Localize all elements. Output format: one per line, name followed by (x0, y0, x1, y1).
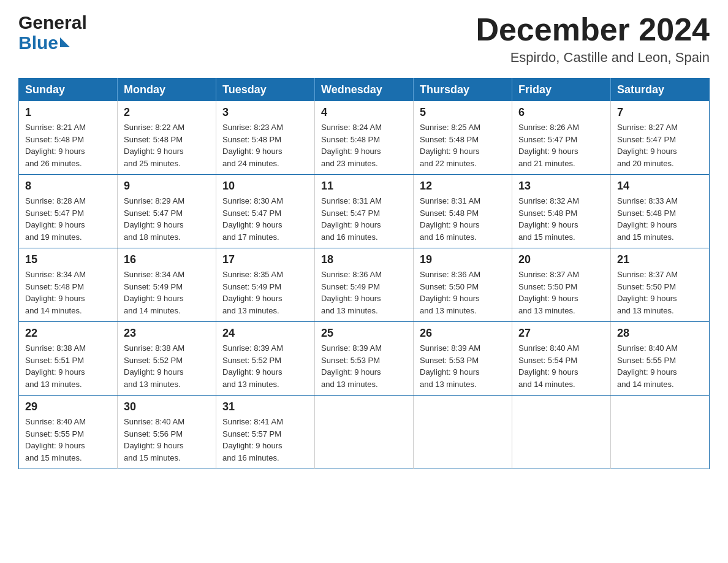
calendar-cell: 27Sunrise: 8:40 AMSunset: 5:54 PMDayligh… (512, 322, 611, 396)
day-info: Sunrise: 8:39 AMSunset: 5:53 PMDaylight:… (420, 342, 506, 390)
calendar-cell: 26Sunrise: 8:39 AMSunset: 5:53 PMDayligh… (414, 322, 512, 396)
col-header-thursday: Thursday (414, 79, 512, 102)
day-info: Sunrise: 8:40 AMSunset: 5:54 PMDaylight:… (518, 342, 604, 390)
day-info: Sunrise: 8:33 AMSunset: 5:48 PMDaylight:… (617, 195, 703, 243)
day-info: Sunrise: 8:36 AMSunset: 5:50 PMDaylight:… (420, 269, 506, 316)
day-number: 23 (124, 327, 210, 340)
day-info: Sunrise: 8:39 AMSunset: 5:52 PMDaylight:… (222, 342, 308, 390)
col-header-monday: Monday (118, 79, 216, 102)
calendar-cell (315, 396, 414, 469)
calendar-cell: 24Sunrise: 8:39 AMSunset: 5:52 PMDayligh… (216, 322, 315, 396)
calendar-week-row: 29Sunrise: 8:40 AMSunset: 5:55 PMDayligh… (19, 396, 710, 469)
col-header-tuesday: Tuesday (216, 79, 315, 102)
day-info: Sunrise: 8:31 AMSunset: 5:47 PMDaylight:… (321, 195, 407, 243)
calendar-week-row: 15Sunrise: 8:34 AMSunset: 5:48 PMDayligh… (19, 248, 710, 322)
day-info: Sunrise: 8:37 AMSunset: 5:50 PMDaylight:… (518, 269, 604, 316)
logo-blue: Blue (18, 33, 58, 53)
calendar-cell: 1Sunrise: 8:21 AMSunset: 5:48 PMDaylight… (19, 101, 118, 175)
day-number: 18 (321, 253, 407, 266)
day-number: 26 (420, 327, 506, 340)
day-info: Sunrise: 8:26 AMSunset: 5:47 PMDaylight:… (518, 121, 604, 169)
calendar-cell: 25Sunrise: 8:39 AMSunset: 5:53 PMDayligh… (315, 322, 414, 396)
day-number: 2 (124, 106, 210, 119)
calendar-cell: 20Sunrise: 8:37 AMSunset: 5:50 PMDayligh… (512, 248, 611, 322)
logo-general: General (18, 12, 87, 33)
calendar-cell: 6Sunrise: 8:26 AMSunset: 5:47 PMDaylight… (512, 101, 611, 175)
day-number: 10 (222, 180, 308, 193)
calendar-week-row: 22Sunrise: 8:38 AMSunset: 5:51 PMDayligh… (19, 322, 710, 396)
calendar-title: December 2024 (476, 12, 710, 47)
day-info: Sunrise: 8:37 AMSunset: 5:50 PMDaylight:… (617, 269, 703, 316)
calendar-cell (512, 396, 611, 469)
calendar-cell: 4Sunrise: 8:24 AMSunset: 5:48 PMDaylight… (315, 101, 414, 175)
day-number: 16 (124, 253, 210, 266)
calendar-cell: 28Sunrise: 8:40 AMSunset: 5:55 PMDayligh… (611, 322, 710, 396)
day-info: Sunrise: 8:25 AMSunset: 5:48 PMDaylight:… (420, 121, 506, 169)
calendar-cell: 12Sunrise: 8:31 AMSunset: 5:48 PMDayligh… (414, 175, 512, 248)
day-info: Sunrise: 8:38 AMSunset: 5:51 PMDaylight:… (25, 342, 111, 390)
day-number: 8 (25, 180, 111, 193)
calendar-cell (611, 396, 710, 469)
day-info: Sunrise: 8:27 AMSunset: 5:47 PMDaylight:… (617, 121, 703, 169)
day-number: 14 (617, 180, 703, 193)
calendar-header-row: SundayMondayTuesdayWednesdayThursdayFrid… (19, 79, 710, 102)
calendar-week-row: 1Sunrise: 8:21 AMSunset: 5:48 PMDaylight… (19, 101, 710, 175)
day-number: 27 (518, 327, 604, 340)
calendar-cell: 9Sunrise: 8:29 AMSunset: 5:47 PMDaylight… (118, 175, 216, 248)
calendar-cell: 11Sunrise: 8:31 AMSunset: 5:47 PMDayligh… (315, 175, 414, 248)
day-number: 21 (617, 253, 703, 266)
calendar-table: SundayMondayTuesdayWednesdayThursdayFrid… (18, 78, 710, 469)
col-header-wednesday: Wednesday (315, 79, 414, 102)
calendar-cell: 23Sunrise: 8:38 AMSunset: 5:52 PMDayligh… (118, 322, 216, 396)
day-info: Sunrise: 8:35 AMSunset: 5:49 PMDaylight:… (222, 269, 308, 316)
title-block: December 2024 Espirdo, Castille and Leon… (476, 12, 710, 66)
calendar-subtitle: Espirdo, Castille and Leon, Spain (476, 50, 710, 66)
day-info: Sunrise: 8:39 AMSunset: 5:53 PMDaylight:… (321, 342, 407, 390)
day-number: 20 (518, 253, 604, 266)
calendar-cell (414, 396, 512, 469)
day-number: 1 (25, 106, 111, 119)
day-info: Sunrise: 8:40 AMSunset: 5:55 PMDaylight:… (25, 416, 111, 464)
calendar-cell: 7Sunrise: 8:27 AMSunset: 5:47 PMDaylight… (611, 101, 710, 175)
calendar-cell: 13Sunrise: 8:32 AMSunset: 5:48 PMDayligh… (512, 175, 611, 248)
day-number: 12 (420, 180, 506, 193)
day-number: 4 (321, 106, 407, 119)
day-number: 29 (25, 400, 111, 413)
day-info: Sunrise: 8:34 AMSunset: 5:49 PMDaylight:… (124, 269, 210, 316)
logo: General Blue (18, 12, 87, 53)
day-number: 11 (321, 180, 407, 193)
day-info: Sunrise: 8:40 AMSunset: 5:56 PMDaylight:… (124, 416, 210, 464)
day-number: 6 (518, 106, 604, 119)
col-header-sunday: Sunday (19, 79, 118, 102)
day-info: Sunrise: 8:41 AMSunset: 5:57 PMDaylight:… (222, 416, 308, 464)
day-info: Sunrise: 8:30 AMSunset: 5:47 PMDaylight:… (222, 195, 308, 243)
day-number: 25 (321, 327, 407, 340)
calendar-cell: 14Sunrise: 8:33 AMSunset: 5:48 PMDayligh… (611, 175, 710, 248)
day-info: Sunrise: 8:21 AMSunset: 5:48 PMDaylight:… (25, 121, 111, 169)
day-info: Sunrise: 8:31 AMSunset: 5:48 PMDaylight:… (420, 195, 506, 243)
calendar-cell: 3Sunrise: 8:23 AMSunset: 5:48 PMDaylight… (216, 101, 315, 175)
day-number: 5 (420, 106, 506, 119)
calendar-cell: 17Sunrise: 8:35 AMSunset: 5:49 PMDayligh… (216, 248, 315, 322)
day-number: 17 (222, 253, 308, 266)
day-info: Sunrise: 8:24 AMSunset: 5:48 PMDaylight:… (321, 121, 407, 169)
calendar-week-row: 8Sunrise: 8:28 AMSunset: 5:47 PMDaylight… (19, 175, 710, 248)
day-number: 28 (617, 327, 703, 340)
logo-triangle-icon (60, 37, 70, 47)
day-number: 9 (124, 180, 210, 193)
calendar-cell: 19Sunrise: 8:36 AMSunset: 5:50 PMDayligh… (414, 248, 512, 322)
day-info: Sunrise: 8:28 AMSunset: 5:47 PMDaylight:… (25, 195, 111, 243)
calendar-cell: 21Sunrise: 8:37 AMSunset: 5:50 PMDayligh… (611, 248, 710, 322)
calendar-cell: 22Sunrise: 8:38 AMSunset: 5:51 PMDayligh… (19, 322, 118, 396)
day-number: 30 (124, 400, 210, 413)
calendar-cell: 15Sunrise: 8:34 AMSunset: 5:48 PMDayligh… (19, 248, 118, 322)
calendar-cell: 8Sunrise: 8:28 AMSunset: 5:47 PMDaylight… (19, 175, 118, 248)
calendar-cell: 29Sunrise: 8:40 AMSunset: 5:55 PMDayligh… (19, 396, 118, 469)
day-info: Sunrise: 8:40 AMSunset: 5:55 PMDaylight:… (617, 342, 703, 390)
day-number: 3 (222, 106, 308, 119)
day-number: 19 (420, 253, 506, 266)
calendar-cell: 30Sunrise: 8:40 AMSunset: 5:56 PMDayligh… (118, 396, 216, 469)
day-number: 7 (617, 106, 703, 119)
day-info: Sunrise: 8:22 AMSunset: 5:48 PMDaylight:… (124, 121, 210, 169)
day-info: Sunrise: 8:23 AMSunset: 5:48 PMDaylight:… (222, 121, 308, 169)
